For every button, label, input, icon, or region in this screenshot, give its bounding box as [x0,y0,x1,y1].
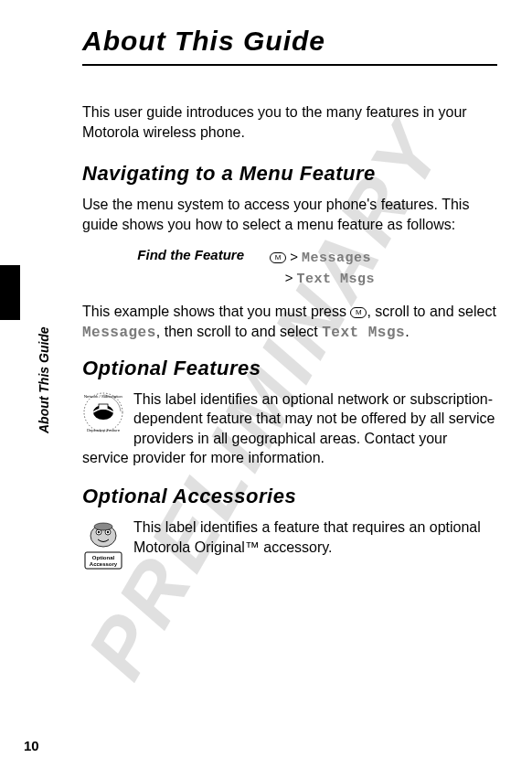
page-number: 10 [24,738,39,753]
heading-navigating: Navigating to a Menu Feature [82,162,497,186]
page-content: About This Guide This user guide introdu… [0,0,532,607]
navigating-body-2: This example shows that you must press M… [82,302,497,343]
menu-key-icon: M [270,252,286,263]
find-feature-row: Find the Feature M > Messages > Text Msg… [82,247,497,289]
menu-messages-inline: Messages [82,325,156,341]
nav2-b: , scroll to and select [367,304,495,319]
optional-accessories-block: Optional Accessory This label identifies… [82,517,497,572]
svg-text:Dependent Feature: Dependent Feature [87,428,121,432]
nav2-d: . [405,324,409,339]
optional-accessories-body: This label identifies a feature that req… [82,517,497,557]
navigating-body-1: Use the menu system to access your phone… [82,195,497,234]
svg-text:Network / Subscription: Network / Subscription [84,394,123,399]
optional-accessory-icon: Optional Accessory [82,519,124,571]
svg-point-10 [94,523,112,530]
find-feature-label: Find the Feature [82,247,270,289]
accessory-label-bottom: Accessory [90,561,118,567]
menu-key-icon-inline: M [350,307,367,318]
optional-features-body: This label identifies an optional networ… [82,389,497,468]
menu-text-msgs: Text Msgs [297,272,376,287]
nav2-c: , then scroll to and select [156,324,322,339]
menu-messages: Messages [302,251,371,266]
gt-1: > [290,249,298,264]
network-subscription-icon: Network / Subscription Dependent Feature [82,391,124,433]
gt-2: > [285,270,293,285]
svg-point-8 [98,531,100,533]
accessory-label-top: Optional [92,555,115,560]
heading-optional-accessories: Optional Accessories [82,485,497,508]
nav2-a: This example shows that you must press [82,304,350,319]
intro-paragraph: This user guide introduces you to the ma… [82,102,497,142]
page-title: About This Guide [82,26,497,66]
heading-optional-features: Optional Features [82,357,497,380]
optional-features-block: Network / Subscription Dependent Feature… [82,389,497,468]
menu-textmsgs-inline: Text Msgs [322,325,405,341]
find-feature-value: M > Messages > Text Msgs [270,247,497,289]
svg-point-9 [107,531,109,533]
